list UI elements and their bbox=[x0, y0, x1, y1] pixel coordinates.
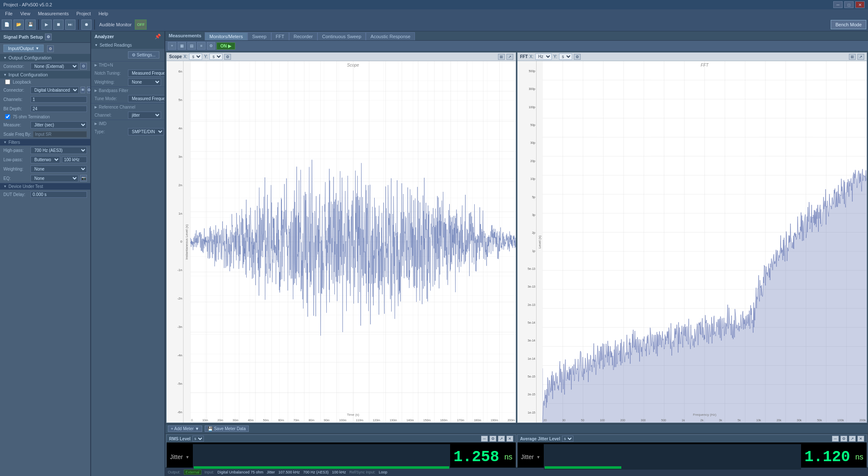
scope-expand-btn[interactable]: ⊞ bbox=[498, 54, 505, 60]
stop-button[interactable]: ⏹ bbox=[53, 20, 64, 30]
add-meter-button[interactable]: + Add Meter ▼ bbox=[168, 426, 202, 432]
fft-popout-btn[interactable]: ↗ bbox=[857, 54, 864, 60]
avg-jitter-unit-selector[interactable]: s bbox=[562, 436, 573, 442]
bit-depth-input[interactable] bbox=[31, 106, 87, 112]
avg-jitter-bar-display bbox=[544, 444, 801, 470]
dut-delay-input[interactable] bbox=[31, 191, 87, 198]
notch-tuning-select[interactable]: Measured Frequency bbox=[128, 70, 165, 77]
lowpass-freq-input[interactable] bbox=[62, 157, 87, 163]
tab-continuous-sweep[interactable]: Continuous Sweep bbox=[317, 32, 366, 40]
dut-header[interactable]: ▼ Device Under Test bbox=[0, 183, 90, 190]
output-connector-btn[interactable]: ⚙ bbox=[80, 63, 87, 70]
tab-add-button[interactable]: + bbox=[168, 42, 176, 50]
input-settings-btn[interactable]: ⚙ bbox=[87, 87, 91, 93]
run-on-button[interactable]: ON ▶ bbox=[217, 42, 235, 50]
io-dropdown-button[interactable]: Input/Output ▼ bbox=[3, 45, 44, 52]
rms-unit-selector[interactable]: s bbox=[192, 436, 204, 442]
channel-select[interactable]: jitter bbox=[128, 112, 161, 119]
scale-freq-input[interactable] bbox=[33, 131, 87, 137]
avg-jitter-dropdown-arrow[interactable]: ▼ bbox=[536, 455, 540, 459]
tab-layout-button[interactable]: ▦ bbox=[178, 42, 186, 50]
menu-help[interactable]: Help bbox=[95, 10, 111, 17]
fft-y-5e13: 5e-13 bbox=[528, 267, 535, 270]
tune-mode-select[interactable]: Measured Frequency bbox=[128, 95, 165, 102]
imd-header[interactable]: IMD bbox=[91, 120, 164, 127]
tab-acoustic-response[interactable]: Acoustic Response bbox=[366, 32, 415, 40]
fft-y-selector[interactable]: s bbox=[559, 53, 572, 60]
tab-grid-button[interactable]: ▤ bbox=[187, 42, 196, 50]
avg-jitter-label: Jitter ▼ bbox=[521, 454, 540, 460]
loopback-row: Loopback bbox=[0, 78, 90, 85]
avg-jitter-minimize-btn[interactable]: ─ bbox=[832, 436, 839, 442]
thd-header[interactable]: THD+N bbox=[91, 62, 164, 69]
input-config-header[interactable]: Input Configuration bbox=[0, 71, 90, 78]
weighting-select[interactable]: None bbox=[31, 165, 87, 173]
rms-close-btn[interactable]: ✕ bbox=[506, 436, 513, 442]
menu-view[interactable]: View bbox=[17, 10, 34, 17]
bench-mode-button[interactable]: Bench Mode bbox=[831, 20, 866, 29]
fft-settings-btn[interactable]: ⚙ bbox=[574, 54, 581, 60]
rms-dropdown-arrow[interactable]: ▼ bbox=[185, 455, 189, 459]
save-meter-button[interactable]: 💾 Save Meter Data bbox=[205, 426, 249, 432]
open-button[interactable]: 📂 bbox=[14, 20, 24, 30]
rms-meter-header: RMS Level s ─ ⚙ ↗ ✕ bbox=[167, 435, 516, 442]
run-button[interactable]: ▶ bbox=[42, 20, 52, 30]
scope-y-selector[interactable]: s bbox=[209, 53, 223, 60]
analyzer-settings-button[interactable]: ⚙ Settings... bbox=[128, 51, 159, 59]
rms-level-meter: RMS Level s ─ ⚙ ↗ ✕ Jitter ▼ bbox=[166, 434, 516, 467]
scope-x-110m: 110m bbox=[356, 419, 364, 422]
save-button[interactable]: 💾 bbox=[25, 20, 36, 30]
tab-monitors-meters[interactable]: Monitors/Meters bbox=[205, 32, 248, 40]
lowpass-type-select[interactable]: Butterworth bbox=[31, 156, 60, 163]
eq-select[interactable]: None bbox=[31, 175, 78, 182]
channels-input[interactable] bbox=[31, 96, 87, 103]
ref-channel-header[interactable]: Reference Channel bbox=[91, 104, 164, 111]
scope-y-2n: 2n bbox=[178, 183, 182, 187]
menu-project[interactable]: Project bbox=[73, 10, 94, 17]
avg-jitter-settings-btn[interactable]: ⚙ bbox=[840, 436, 847, 442]
new-button[interactable]: 📄 bbox=[2, 20, 12, 30]
record-button[interactable]: ⏺ bbox=[81, 20, 92, 30]
scope-popout-btn[interactable]: ↗ bbox=[506, 54, 513, 60]
measure-select[interactable]: Jitter (sec) bbox=[31, 121, 87, 129]
menu-measurements[interactable]: Measurements bbox=[34, 10, 72, 17]
signal-path-settings[interactable]: ⚙ bbox=[45, 34, 52, 40]
tab-fft[interactable]: FFT bbox=[271, 32, 289, 40]
minimize-button[interactable]: ─ bbox=[833, 1, 843, 8]
tab-settings-button[interactable]: ⚙ bbox=[207, 42, 215, 50]
highpass-select[interactable]: 700 Hz (AES3) bbox=[31, 147, 87, 154]
charts-area: Scope X: s Y: s ⚙ ⊞ ↗ 6n 5n 4n 3n bbox=[165, 51, 868, 424]
input-monitor-btn[interactable]: 👁 bbox=[81, 87, 85, 93]
io-settings-icon[interactable]: ⚙ bbox=[47, 45, 54, 52]
rms-settings-btn[interactable]: ⚙ bbox=[490, 436, 496, 442]
fft-expand-btn[interactable]: ⊞ bbox=[849, 54, 856, 60]
tab-recorder[interactable]: Recorder bbox=[289, 32, 317, 40]
bandpass-header[interactable]: Bandpass Filter bbox=[91, 87, 164, 94]
avg-jitter-close-btn[interactable]: ✕ bbox=[857, 436, 864, 442]
loopback-checkbox[interactable] bbox=[5, 79, 10, 84]
pin-icon[interactable]: 📌 bbox=[155, 34, 161, 39]
tab-list-button[interactable]: ≡ bbox=[197, 42, 206, 50]
rms-expand-btn[interactable]: ↗ bbox=[498, 436, 505, 442]
output-connector-select[interactable]: None (External) bbox=[31, 63, 78, 70]
notch-tuning-row: Notch Tuning: Measured Frequency bbox=[91, 69, 164, 78]
filters-header[interactable]: ▼ Filters bbox=[0, 139, 90, 146]
imd-type-select[interactable]: SMPTE/DIN bbox=[128, 128, 164, 135]
scope-x-selector[interactable]: s bbox=[189, 53, 202, 60]
audible-monitor-toggle[interactable]: OFF bbox=[135, 20, 147, 30]
tab-sweep[interactable]: Sweep bbox=[248, 32, 271, 40]
close-button[interactable]: ✕ bbox=[855, 1, 865, 8]
output-config-header[interactable]: Output Configuration bbox=[0, 54, 90, 62]
eq-camera-btn[interactable]: 📷 bbox=[80, 175, 87, 182]
menu-file[interactable]: File bbox=[2, 10, 16, 17]
analyzer-weighting-select[interactable]: None bbox=[128, 78, 161, 86]
maximize-button[interactable]: □ bbox=[844, 1, 854, 8]
scope-y-0: 0 bbox=[181, 240, 182, 244]
avg-jitter-expand-btn[interactable]: ↗ bbox=[849, 436, 856, 442]
step-button[interactable]: ⏭ bbox=[65, 20, 75, 30]
rms-minimize-btn[interactable]: ─ bbox=[481, 436, 488, 442]
termination-checkbox[interactable] bbox=[5, 114, 10, 119]
scope-settings-btn[interactable]: ⚙ bbox=[224, 54, 231, 60]
input-connector-select[interactable]: Digital Unbalanced bbox=[31, 87, 79, 94]
fft-x-selector[interactable]: Hz bbox=[535, 53, 552, 60]
